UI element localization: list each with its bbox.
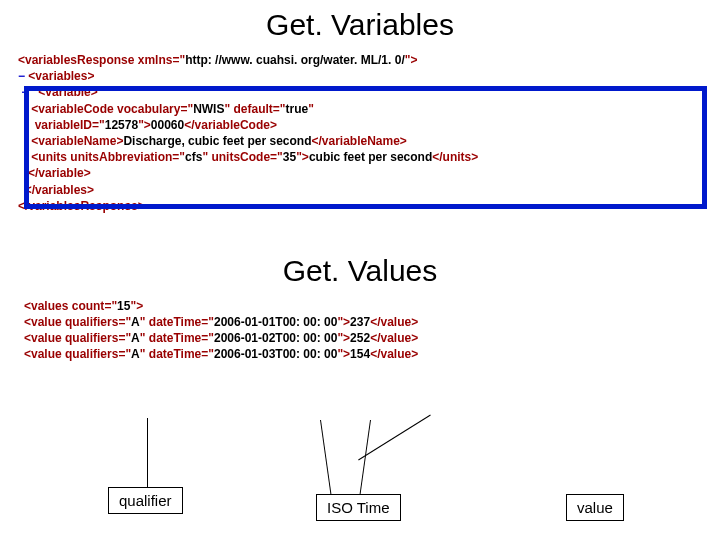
- xml-line: </variables>: [18, 183, 94, 197]
- xml-line: <variableName>Discharge, cubic feet per …: [18, 134, 407, 148]
- xml-line: <value qualifiers="A" dateTime="2006-01-…: [24, 347, 418, 361]
- xml-line: </variable>: [18, 166, 91, 180]
- xml-line: variableID="12578">00060</variableCode>: [18, 118, 277, 132]
- callout-line: [320, 420, 331, 494]
- xml-line: <units unitsAbbreviation="cfs" unitsCode…: [18, 150, 478, 164]
- xml-line: <variablesResponse xmlns="http: //www. c…: [18, 53, 417, 67]
- xml-line: <variables>: [25, 69, 94, 83]
- xml-line: <value qualifiers="A" dateTime="2006-01-…: [24, 315, 418, 329]
- callout-line: [147, 418, 148, 488]
- title-get-variables: Get. Variables: [0, 8, 720, 42]
- label-qualifier: qualifier: [108, 487, 183, 514]
- xml-line: <values count="15">: [24, 299, 143, 313]
- title-get-values: Get. Values: [0, 254, 720, 288]
- label-iso-time: ISO Time: [316, 494, 401, 521]
- xml-variables-block: <variablesResponse xmlns="http: //www. c…: [0, 52, 720, 214]
- xml-line: <variable>: [28, 85, 97, 99]
- xml-values-block: <values count="15"> <value qualifiers="A…: [0, 298, 720, 363]
- xml-line: <value qualifiers="A" dateTime="2006-01-…: [24, 331, 418, 345]
- xml-line: </variablesResponse>: [18, 199, 145, 213]
- label-value: value: [566, 494, 624, 521]
- collapse-icon: −: [18, 69, 25, 83]
- xml-line: <variableCode vocabulary="NWIS" default=…: [18, 102, 314, 116]
